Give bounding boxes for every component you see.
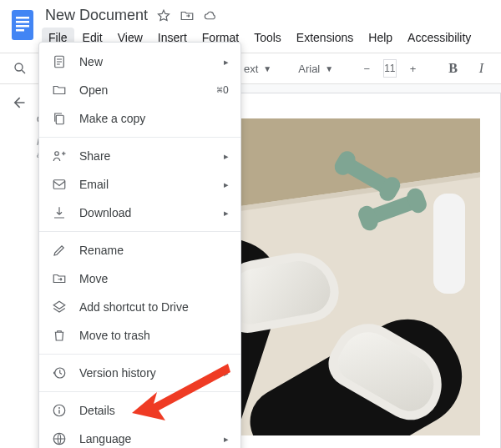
menu-item-label: Details xyxy=(79,404,229,417)
move-to-folder-icon[interactable] xyxy=(180,8,195,23)
svg-point-12 xyxy=(55,152,59,156)
menu-item-label: Rename xyxy=(79,244,229,257)
menu-item-shortcut: ⌘O xyxy=(217,84,229,96)
menu-item-label: Download xyxy=(79,206,224,219)
file-menu-version-history[interactable]: Version history▸ xyxy=(39,359,240,387)
file-menu-share[interactable]: Share▸ xyxy=(39,142,240,170)
open-icon xyxy=(51,82,68,98)
svg-point-5 xyxy=(15,63,23,71)
increase-font-size-button[interactable]: + xyxy=(402,57,425,80)
menu-item-label: Move xyxy=(79,272,229,285)
copy-icon xyxy=(51,110,68,127)
file-menu-rename[interactable]: Rename xyxy=(39,236,240,264)
menu-help[interactable]: Help xyxy=(362,28,399,48)
new-icon xyxy=(51,53,68,70)
submenu-arrow-icon: ▸ xyxy=(224,208,229,219)
file-menu-move[interactable]: Move xyxy=(39,264,240,293)
menu-item-label: Move to trash xyxy=(79,329,229,342)
underline-button[interactable]: U xyxy=(498,57,501,80)
file-menu-download[interactable]: Download▸ xyxy=(39,199,240,227)
svg-rect-1 xyxy=(16,17,29,19)
details-icon xyxy=(51,402,68,419)
doc-title[interactable]: New Document xyxy=(45,7,148,24)
svg-rect-15 xyxy=(53,180,65,189)
download-icon xyxy=(51,204,68,221)
file-menu-dropdown: New▸Open⌘OMake a copyShare▸Email▸Downloa… xyxy=(38,42,241,448)
submenu-arrow-icon: ▸ xyxy=(224,434,229,445)
file-menu-email[interactable]: Email▸ xyxy=(39,170,240,199)
svg-rect-11 xyxy=(56,115,63,124)
menu-item-label: Version history xyxy=(79,366,224,380)
font-size-input[interactable]: 11 xyxy=(383,59,396,78)
menu-item-label: Share xyxy=(79,149,224,163)
paragraph-style-select[interactable]: ext▼ xyxy=(239,63,276,75)
menu-item-label: Open xyxy=(79,83,217,97)
docs-app-icon[interactable] xyxy=(8,7,37,43)
menu-item-label: Email xyxy=(79,178,224,191)
file-menu-move-to-trash[interactable]: Move to trash xyxy=(39,321,240,350)
svg-point-19 xyxy=(58,407,60,409)
file-menu-make-a-copy[interactable]: Make a copy xyxy=(39,104,240,133)
submenu-arrow-icon: ▸ xyxy=(224,179,229,190)
history-icon xyxy=(51,365,68,381)
star-icon[interactable] xyxy=(156,8,171,23)
rename-icon xyxy=(51,242,68,259)
menu-extensions[interactable]: Extensions xyxy=(290,28,360,48)
svg-rect-4 xyxy=(16,29,24,32)
file-menu-open[interactable]: Open⌘O xyxy=(39,76,240,104)
bold-button[interactable]: B xyxy=(442,57,465,80)
submenu-arrow-icon: ▸ xyxy=(224,368,229,379)
file-menu-new[interactable]: New▸ xyxy=(39,48,240,76)
italic-button[interactable]: I xyxy=(470,57,493,80)
file-menu-details[interactable]: Details xyxy=(39,396,240,425)
back-icon[interactable] xyxy=(10,94,27,111)
svg-rect-3 xyxy=(16,25,29,28)
menu-accessibility[interactable]: Accessibility xyxy=(401,28,478,48)
email-icon xyxy=(51,176,68,193)
language-icon xyxy=(51,430,68,447)
move-icon xyxy=(51,270,68,287)
share-icon xyxy=(51,148,68,164)
cloud-status-icon[interactable] xyxy=(203,8,218,23)
submenu-arrow-icon: ▸ xyxy=(224,151,229,162)
file-menu-add-shortcut-to-drive[interactable]: Add shortcut to Drive xyxy=(39,293,240,321)
font-family-select[interactable]: Arial▼ xyxy=(293,63,338,75)
trash-icon xyxy=(51,327,68,344)
menu-item-label: Add shortcut to Drive xyxy=(79,300,229,314)
submenu-arrow-icon: ▸ xyxy=(224,57,229,68)
shortcut-icon xyxy=(51,299,68,315)
decrease-font-size-button[interactable]: − xyxy=(355,57,378,80)
file-menu-language[interactable]: Language▸ xyxy=(39,425,240,448)
menu-item-label: Language xyxy=(79,432,224,445)
menu-item-label: New xyxy=(79,55,224,68)
svg-rect-2 xyxy=(16,21,29,23)
search-icon[interactable] xyxy=(8,57,32,80)
menu-item-label: Make a copy xyxy=(79,112,229,125)
menu-tools[interactable]: Tools xyxy=(247,28,288,48)
svg-line-6 xyxy=(22,70,25,73)
